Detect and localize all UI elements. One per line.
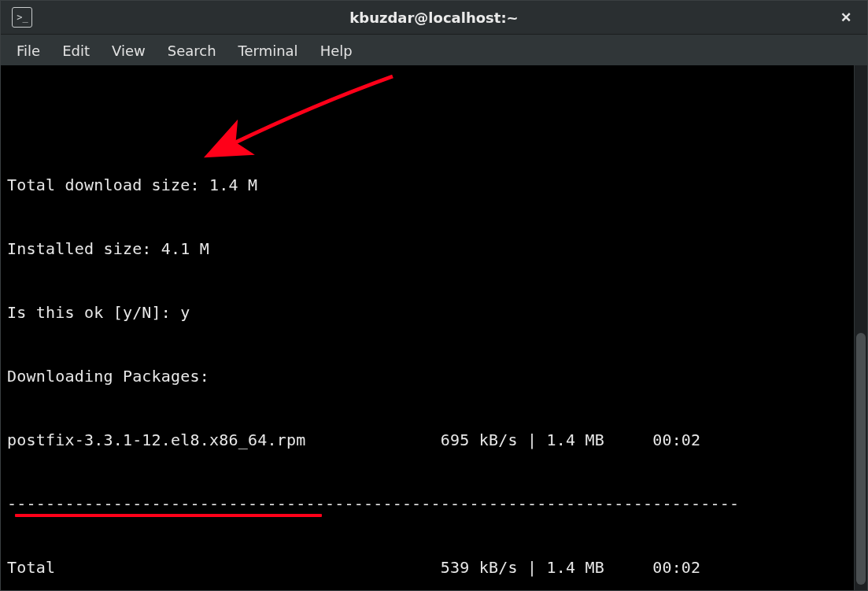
output-line: Installed size: 4.1 M: [7, 238, 849, 260]
terminal-area[interactable]: Total download size: 1.4 M Installed siz…: [1, 65, 867, 590]
menu-view[interactable]: View: [101, 37, 157, 65]
menu-search[interactable]: Search: [157, 37, 227, 65]
output-line: [7, 111, 849, 132]
close-button[interactable]: ✕: [836, 7, 856, 28]
output-line: Downloading Packages:: [7, 366, 849, 387]
annotation-underline: [15, 514, 322, 517]
scrollbar[interactable]: [854, 65, 867, 590]
menubar: File Edit View Search Terminal Help: [1, 35, 867, 67]
menu-terminal[interactable]: Terminal: [227, 37, 309, 65]
output-line: Total download size: 1.4 M: [7, 175, 849, 196]
output-line-confirm: Is this ok [y/N]: y: [7, 302, 849, 323]
output-line: postfix-3.3.1-12.el8.x86_64.rpm 695 kB/s…: [7, 430, 849, 451]
menu-help[interactable]: Help: [309, 37, 364, 65]
menu-file[interactable]: File: [6, 37, 51, 65]
terminal-app-icon: >_: [12, 7, 32, 28]
window-title: kbuzdar@localhost:~: [1, 9, 867, 26]
scrollbar-thumb[interactable]: [856, 333, 866, 585]
terminal-output[interactable]: Total download size: 1.4 M Installed siz…: [1, 65, 854, 590]
output-separator: ----------------------------------------…: [7, 493, 849, 515]
terminal-window: >_ kbuzdar@localhost:~ ✕ File Edit View …: [0, 0, 868, 591]
titlebar: >_ kbuzdar@localhost:~ ✕: [1, 1, 867, 35]
menu-edit[interactable]: Edit: [51, 37, 101, 65]
output-line: Total 539 kB/s | 1.4 MB 00:02: [7, 557, 849, 578]
